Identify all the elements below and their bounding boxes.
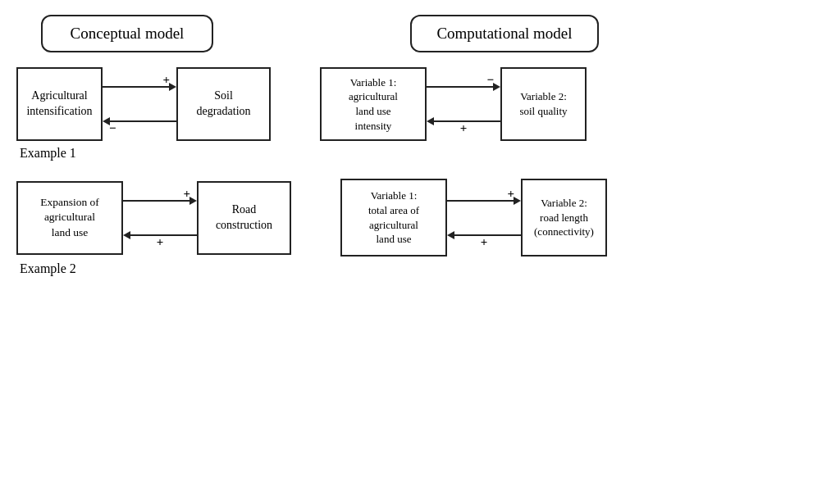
example2-computational-right-box: Variable 2: road length (connectivity): [521, 179, 607, 257]
example2-conceptual-backward-head: [123, 231, 130, 239]
example1-computational-backward-line: [434, 120, 500, 122]
example1-conceptual-arrow-block: + −: [103, 67, 176, 141]
example1-conceptual-forward-head: [169, 83, 176, 91]
example2-conceptual-forward-arrow: [123, 197, 197, 205]
example2-computational-diagram: Variable 1: total area of agricultural l…: [340, 179, 607, 257]
example1-conceptual-forward-arrow: [103, 83, 176, 91]
example1-conceptual-left-box: Agricultural intensification: [16, 67, 103, 141]
example1-diagram-pair: Agricultural intensification +: [16, 67, 824, 141]
example1-computational-forward-arrow: [427, 83, 500, 91]
example2-conceptual-arrow-block: + +: [123, 181, 197, 255]
example2-computational-left-box: Variable 1: total area of agricultural l…: [340, 179, 447, 257]
example2-conceptual-left-box: Expansion of agricultural land use: [16, 181, 123, 255]
example1-computational-arrow-block: − +: [427, 67, 500, 141]
conceptual-model-label: Conceptual model: [41, 15, 213, 52]
example1-conceptual-right-box: Soil degradation: [176, 67, 271, 141]
example1-computational-left-box: Variable 1: agricultural land use intens…: [320, 67, 427, 141]
computational-model-label: Computational model: [410, 15, 599, 52]
example1-conceptual-forward-line: [103, 86, 169, 88]
example2-conceptual-diagram: Expansion of agricultural land use +: [16, 181, 291, 255]
example2-conceptual-right-box: Road construction: [197, 181, 291, 255]
example2-conceptual-forward-head: [189, 197, 197, 205]
example1-label: Example 1: [20, 146, 824, 161]
example2-computational-backward-head: [447, 231, 454, 239]
example2-computational-arrow-block: + +: [447, 181, 521, 255]
example1-conceptual-backward-line: [110, 120, 176, 122]
page: Conceptual model Computational model Agr…: [0, 0, 840, 504]
example1-conceptual-bottom-sign: −: [109, 121, 116, 135]
example1-conceptual-diagram: Agricultural intensification +: [16, 67, 271, 141]
example1-computational-forward-head: [493, 83, 500, 91]
example2-computational-forward-arrow: [447, 197, 521, 205]
example2-diagram-pair: Expansion of agricultural land use +: [16, 179, 824, 257]
example1-computational-right-box: Variable 2: soil quality: [500, 67, 587, 141]
example2-computational-forward-line: [447, 200, 514, 202]
example1-computational-backward-head: [427, 117, 434, 125]
example2-conceptual-bottom-sign: +: [157, 235, 164, 249]
example2-label: Example 2: [20, 261, 824, 276]
example1-computational-diagram: Variable 1: agricultural land use intens…: [320, 67, 587, 141]
example1-computational-bottom-sign: +: [460, 121, 468, 135]
example2-computational-forward-head: [514, 197, 521, 205]
example2-computational-bottom-sign: +: [481, 235, 488, 249]
example1-computational-forward-line: [427, 86, 493, 88]
example2-conceptual-backward-line: [130, 234, 197, 236]
example2-computational-backward-line: [454, 234, 521, 236]
spacer: [16, 161, 824, 179]
header-row: Conceptual model Computational model: [16, 15, 824, 52]
example2-conceptual-forward-line: [123, 200, 189, 202]
